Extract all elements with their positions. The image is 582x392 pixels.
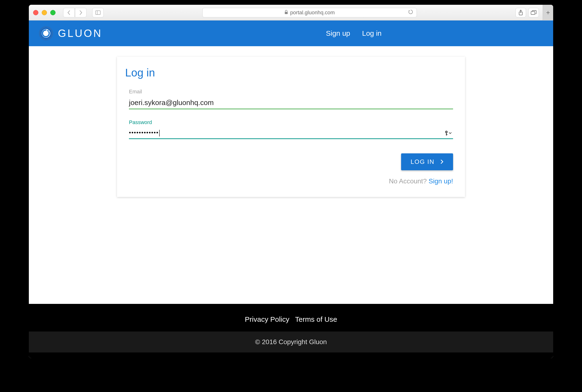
header-nav: Sign up Log in [326,29,382,38]
right-chrome-buttons: + [515,8,549,18]
chevron-left-icon [67,10,71,15]
email-label: Email [129,88,453,95]
share-button[interactable] [515,8,526,18]
reload-button[interactable] [408,9,413,16]
text-caret [159,130,160,136]
forward-button[interactable] [75,8,87,18]
maximize-window-button[interactable] [50,10,56,15]
sidebar-toggle-button[interactable] [92,8,104,18]
password-label: Password [129,119,453,126]
minimize-window-button[interactable] [42,10,47,15]
tabs-button[interactable] [528,8,539,18]
svg-rect-0 [96,11,100,14]
password-value-text: •••••••••••• [129,129,159,136]
chevron-right-icon [79,10,83,15]
browser-toolbar: portal.gluonhq.com + [29,5,553,20]
panel-icon [95,10,101,15]
url-text: portal.gluonhq.com [290,10,335,16]
password-autofill-button[interactable] [444,130,452,136]
terms-of-use-link[interactable]: Terms of Use [295,315,337,324]
lock-icon [284,10,288,16]
back-button[interactable] [63,8,75,18]
plus-icon: + [546,9,550,16]
new-tab-button[interactable]: + [543,5,553,20]
traffic-lights [33,10,56,15]
svg-point-10 [446,132,447,132]
gluon-logo-text: GLUON [58,28,102,39]
nav-buttons [63,8,87,18]
login-title: Log in [125,66,453,79]
footer: Privacy Policy Terms of Use © 2016 Copyr… [29,304,553,358]
svg-rect-11 [446,133,447,136]
email-input[interactable]: joeri.sykora@gluonhq.com [129,97,453,109]
gluon-logo-mark [38,26,54,41]
email-form-group: Email joeri.sykora@gluonhq.com [129,88,453,109]
chevron-down-icon [449,132,452,134]
privacy-policy-link[interactable]: Privacy Policy [245,315,289,324]
no-account-text: No Account? [389,178,429,185]
app-header: GLUON Sign up Log in [29,20,553,46]
password-input[interactable]: •••••••••••• [129,128,453,139]
signup-prompt: No Account? Sign up! [389,178,453,185]
form-actions: LOG IN No Account? Sign up! [129,153,453,185]
login-card: Log in Email joeri.sykora@gluonhq.com Pa… [117,57,465,197]
gluon-logo[interactable]: GLUON [38,26,102,41]
password-form-group: Password •••••••••••• [129,119,453,139]
svg-point-8 [47,30,49,32]
key-icon [444,130,448,136]
svg-rect-12 [446,134,448,135]
share-icon [518,10,523,16]
address-bar[interactable]: portal.gluonhq.com [202,8,417,18]
login-submit-button[interactable]: LOG IN [401,153,453,170]
footer-links: Privacy Policy Terms of Use [29,310,553,329]
email-value-text: joeri.sykora@gluonhq.com [129,98,214,106]
chevron-right-icon [440,159,443,164]
tabs-icon [531,10,536,15]
close-window-button[interactable] [33,10,38,15]
svg-rect-4 [531,12,535,14]
page-content: GLUON Sign up Log in Log in Email joeri.… [29,20,553,304]
nav-signup-link[interactable]: Sign up [326,29,350,38]
svg-rect-2 [285,12,288,14]
browser-window: portal.gluonhq.com + [29,5,553,358]
nav-login-link[interactable]: Log in [362,29,382,38]
login-button-label: LOG IN [411,158,434,166]
signup-link[interactable]: Sign up! [428,178,453,185]
copyright-text: © 2016 Copyright Gluon [29,332,553,352]
